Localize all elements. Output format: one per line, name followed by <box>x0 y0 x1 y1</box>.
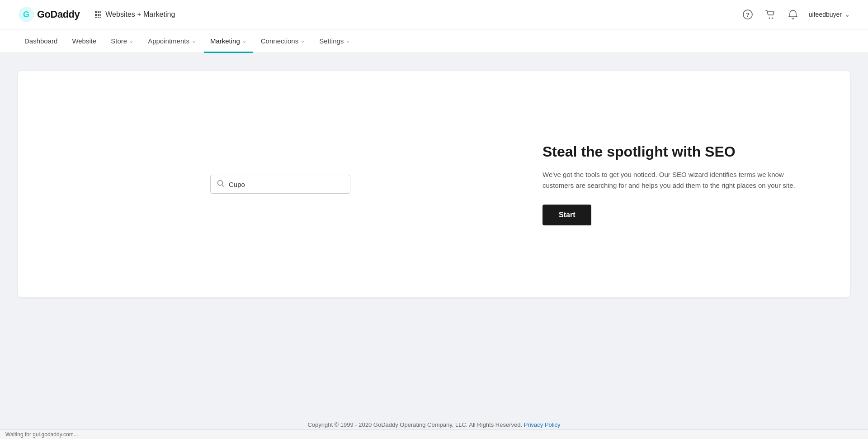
seo-title: Steal the spotlight with SEO <box>542 143 814 160</box>
marketing-chevron-icon: ⌄ <box>242 38 246 44</box>
nav-item-store[interactable]: Store ⌄ <box>104 30 140 53</box>
app-name: Websites + Marketing <box>94 10 175 19</box>
logo-text: GoDaddy <box>37 9 80 20</box>
user-menu[interactable]: uifeedbuyer ⌄ <box>809 11 850 18</box>
svg-rect-8 <box>95 17 97 18</box>
nav-item-dashboard[interactable]: Dashboard <box>18 30 64 53</box>
notifications-button[interactable] <box>786 8 800 21</box>
svg-rect-4 <box>100 11 101 13</box>
logo-svg: G <box>18 6 34 23</box>
header-right: ? uifeedbuyer ⌄ <box>741 8 850 21</box>
appointments-chevron-icon: ⌄ <box>192 38 196 44</box>
nav-label-appointments: Appointments <box>148 37 189 45</box>
header: G GoDaddy Websites + Marketing <box>0 0 868 29</box>
user-chevron-icon: ⌄ <box>844 11 850 18</box>
nav-item-settings[interactable]: Settings ⌄ <box>313 30 356 53</box>
nav-label-connections: Connections <box>261 37 298 45</box>
svg-rect-3 <box>98 11 99 13</box>
seo-section: Steal the spotlight with SEO We've got t… <box>542 143 814 225</box>
nav-label-marketing: Marketing <box>210 37 240 45</box>
content-card: Steal the spotlight with SEO We've got t… <box>18 71 850 297</box>
start-button[interactable]: Start <box>542 205 591 225</box>
nav-label-website: Website <box>72 37 96 45</box>
grid-icon <box>94 11 102 18</box>
main-content: Steal the spotlight with SEO We've got t… <box>0 53 868 412</box>
svg-point-14 <box>772 18 773 19</box>
svg-rect-5 <box>95 14 97 16</box>
nav-label-dashboard: Dashboard <box>24 37 57 45</box>
status-text: Waiting for gui.godaddy.com... <box>5 431 78 438</box>
footer-text: Copyright © 1999 - 2020 GoDaddy Operatin… <box>307 421 522 428</box>
svg-rect-10 <box>100 17 101 18</box>
status-bar: Waiting for gui.godaddy.com... <box>0 429 868 439</box>
svg-text:?: ? <box>746 11 750 18</box>
svg-rect-9 <box>98 17 99 18</box>
settings-chevron-icon: ⌄ <box>346 38 350 44</box>
nav-items: Dashboard Website Store ⌄ Appointments ⌄… <box>18 29 356 52</box>
username: uifeedbuyer <box>809 11 842 18</box>
header-left: G GoDaddy Websites + Marketing <box>18 6 175 23</box>
search-wrapper[interactable] <box>210 175 350 194</box>
svg-rect-2 <box>95 11 97 13</box>
nav-item-website[interactable]: Website <box>66 30 103 53</box>
svg-text:G: G <box>23 10 29 19</box>
search-section <box>54 175 506 194</box>
app-name-text: Websites + Marketing <box>105 10 175 19</box>
search-icon <box>217 180 224 189</box>
godaddy-logo[interactable]: G GoDaddy <box>18 6 80 23</box>
search-input[interactable] <box>229 181 344 188</box>
nav-label-store: Store <box>111 37 127 45</box>
nav-item-connections[interactable]: Connections ⌄ <box>255 30 311 53</box>
svg-point-13 <box>769 18 770 19</box>
svg-rect-7 <box>100 14 101 16</box>
nav-label-settings: Settings <box>319 37 344 45</box>
store-chevron-icon: ⌄ <box>129 38 133 44</box>
privacy-policy-link[interactable]: Privacy Policy <box>524 421 561 428</box>
nav-item-appointments[interactable]: Appointments ⌄ <box>142 30 202 53</box>
connections-chevron-icon: ⌄ <box>301 38 305 44</box>
main-nav: Dashboard Website Store ⌄ Appointments ⌄… <box>0 29 868 53</box>
cart-button[interactable] <box>764 8 777 21</box>
header-divider <box>87 8 87 21</box>
help-button[interactable]: ? <box>741 8 755 21</box>
svg-line-16 <box>222 185 224 186</box>
svg-rect-6 <box>98 14 99 16</box>
seo-description: We've got the tools to get you noticed. … <box>542 169 814 191</box>
nav-item-marketing[interactable]: Marketing ⌄ <box>204 30 253 53</box>
